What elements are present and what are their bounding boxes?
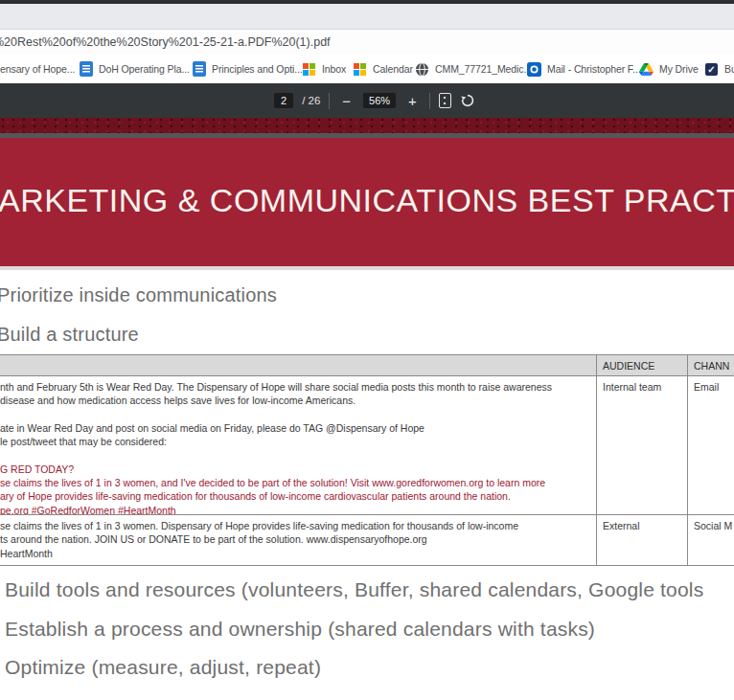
doc-icon [192, 62, 206, 77]
checkbox-icon: ✓ [704, 62, 719, 77]
table-cell-line: ate in Wear Red Day and post on social m… [0, 421, 596, 435]
table-cell-line: ts around the nation. JOIN US or DONATE … [0, 532, 596, 546]
page-count-label: / 26 [302, 95, 320, 106]
bookmark-label: Inbox [322, 63, 346, 75]
doc-icon [79, 62, 93, 77]
table-cell-line [0, 408, 596, 421]
table-header-row: AUDIENCE CHANN [0, 355, 734, 376]
banner-bottom-edge [0, 266, 734, 270]
table-cell-line: pe.org #GoRedforWomen #HeartMonth [0, 504, 596, 514]
bookmark-item[interactable]: CMM_77721_Medic... [415, 55, 532, 83]
table-cell-line: se claims the lives of 1 in 3 women. Dis… [0, 519, 596, 532]
link-text[interactable]: pe.org [0, 505, 29, 514]
zoom-level-input[interactable]: 56% [363, 93, 396, 108]
audience-cell: Internal team [596, 376, 687, 514]
table-cell-line: le post/tweet that may be considered: [0, 435, 596, 448]
bookmark-label: Bus [724, 63, 734, 75]
browser-window: %20Rest%20of%20the%20Story%201-25-21-a.P… [0, 0, 734, 700]
channel-cell: Social M [687, 515, 734, 565]
bookmark-label: Principles and Opti... [212, 63, 303, 75]
tab-bar [0, 4, 734, 30]
bookmark-item[interactable]: DoH Operating Pla... [79, 55, 190, 83]
zoom-in-button[interactable]: + [404, 94, 421, 108]
microsoft-icon [353, 62, 367, 77]
bullet-optimize: Optimize (measure, adjust, repeat) [5, 656, 321, 679]
bookmark-label: CMM_77721_Medic... [435, 63, 532, 75]
outlook-icon [527, 62, 541, 77]
table-cell-line: disease and how medication access helps … [0, 394, 596, 407]
table-cell-line: ary of Hope provides life-saving medicat… [0, 489, 596, 503]
slide-title-banner: ARKETING & COMMUNICATIONS BEST PRACTIC [0, 138, 734, 266]
header-message [0, 355, 596, 375]
table-row: se claims the lives of 1 in 3 women. Dis… [0, 515, 734, 566]
drive-icon [639, 62, 654, 77]
bookmark-item[interactable]: ✓Bus [704, 55, 734, 83]
zoom-out-button[interactable]: − [338, 94, 355, 108]
bullet-prioritize: Prioritize inside communications [0, 284, 277, 306]
bookmark-label: DoH Operating Pla... [99, 63, 190, 75]
fit-page-icon[interactable] [439, 93, 451, 108]
table-cell-line: HeartMonth [0, 547, 596, 560]
slide-top-texture-band [0, 118, 734, 133]
bookmark-label: Calendar [373, 63, 413, 75]
bullet-build-tools: Build tools and resources (volunteers, B… [5, 578, 703, 601]
bookmark-item[interactable]: ensary of Hope... [0, 55, 75, 83]
bookmark-item[interactable]: Calendar [353, 55, 413, 83]
bookmark-item[interactable]: My Drive [639, 55, 699, 83]
message-cell: se claims the lives of 1 in 3 women. Dis… [0, 515, 596, 565]
globe-icon [415, 62, 429, 77]
message-cell: nth and February 5th is Wear Red Day. Th… [0, 376, 596, 514]
table-cell-line: G RED TODAY? [0, 463, 596, 476]
table-cell-line: nth and February 5th is Wear Red Day. Th… [0, 380, 596, 394]
header-channel: CHANN [687, 355, 734, 375]
bookmark-item[interactable]: Mail - Christopher F... [527, 55, 640, 83]
table-row: nth and February 5th is Wear Red Day. Th… [0, 376, 734, 515]
bookmark-item[interactable]: Principles and Opti... [192, 55, 303, 83]
audience-cell: External [596, 515, 687, 565]
page-number-input[interactable]: 2 [274, 93, 293, 108]
bullet-build-structure: Build a structure [0, 324, 139, 346]
rotate-icon[interactable] [460, 93, 475, 108]
toolbar-divider [329, 93, 330, 109]
url-text[interactable]: %20Rest%20of%20the%20Story%201-25-21-a.P… [0, 35, 331, 49]
bullet-establish-process: Establish a process and ownership (share… [5, 618, 595, 641]
address-bar[interactable]: %20Rest%20of%20the%20Story%201-25-21-a.P… [0, 31, 734, 55]
channel-cell: Email [687, 376, 734, 514]
microsoft-icon [302, 62, 316, 77]
bookmark-label: My Drive [659, 63, 699, 75]
toolbar-divider [429, 93, 430, 109]
pdf-toolbar: 2 / 26 − 56% + [0, 83, 734, 118]
table-cell-line [0, 448, 596, 462]
bookmark-label: ensary of Hope... [0, 63, 75, 75]
communications-table: AUDIENCE CHANN nth and February 5th is W… [0, 354, 734, 566]
table-cell-line: se claims the lives of 1 in 3 women, and… [0, 476, 596, 489]
slide-title: ARKETING & COMMUNICATIONS BEST PRACTIC [0, 182, 734, 219]
bookmark-item[interactable]: Inbox [302, 55, 346, 83]
bookmarks-bar: ensary of Hope...DoH Operating Pla...Pri… [0, 55, 734, 83]
header-audience: AUDIENCE [596, 355, 687, 375]
bookmark-label: Mail - Christopher F... [547, 63, 640, 75]
